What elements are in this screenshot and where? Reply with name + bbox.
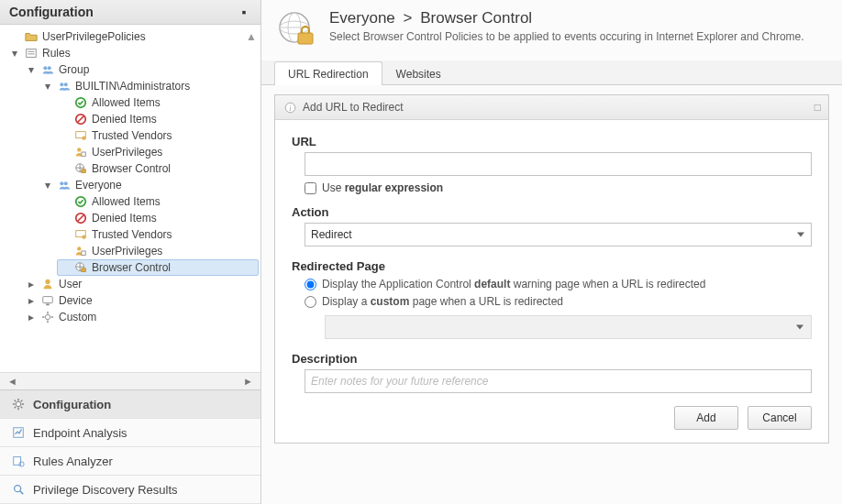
- svg-rect-24: [82, 251, 85, 255]
- page-subtitle: Select Browser Control Policies to be ap…: [329, 30, 827, 43]
- tree-item-custom[interactable]: ▸ Custom: [24, 309, 259, 325]
- nav-endpoint-analysis[interactable]: Endpoint Analysis: [0, 419, 260, 447]
- tree-item-user-privilege-policies[interactable]: UserPrivilegePolicies ▲: [7, 28, 259, 45]
- tree-item-device[interactable]: ▸ Device: [24, 292, 259, 309]
- svg-point-23: [77, 247, 81, 250]
- label-description: Description: [292, 352, 812, 366]
- svg-point-11: [82, 136, 85, 139]
- custom-page-select-disabled: [325, 315, 812, 339]
- nav-panes: Configuration Endpoint Analysis Rules An…: [0, 389, 260, 504]
- radio-custom-page[interactable]: Display a custom page when a URL is redi…: [305, 295, 812, 308]
- sidebar: Configuration ▪ UserPrivilegePolicies ▲ …: [0, 0, 261, 504]
- group-icon: [57, 178, 72, 192]
- twisty-expanded-icon[interactable]: ▾: [42, 81, 53, 92]
- sidebar-title: Configuration: [9, 5, 94, 19]
- svg-point-6: [64, 82, 68, 86]
- tree-item-trusted-vendors[interactable]: Trusted Vendors: [57, 127, 259, 144]
- regex-label-bold: regular expression: [345, 181, 443, 194]
- add-button[interactable]: Add: [674, 406, 738, 430]
- label-url: URL: [292, 135, 812, 148]
- discovery-icon: [11, 482, 26, 497]
- tree-item-user-privileges[interactable]: UserPrivileges: [57, 144, 259, 160]
- tab-url-redirection[interactable]: URL Redirection: [274, 61, 382, 85]
- tree-item-builtin-admins[interactable]: ▾ BUILTIN\Administrators: [40, 78, 259, 94]
- device-icon: [40, 293, 55, 308]
- tree-item-denied-items[interactable]: Denied Items: [57, 210, 259, 226]
- svg-rect-15: [82, 170, 85, 173]
- svg-point-22: [82, 235, 85, 238]
- svg-point-16: [60, 181, 63, 185]
- scroll-left-icon[interactable]: ◄: [7, 376, 17, 387]
- tree-item-everyone[interactable]: ▾ Everyone: [40, 177, 259, 193]
- radio-default-input[interactable]: [305, 279, 316, 290]
- label-action: Action: [292, 205, 812, 219]
- globe-lock-icon: [276, 9, 316, 49]
- twisty-collapsed-icon[interactable]: ▸: [26, 279, 37, 290]
- folder-icon: [24, 29, 39, 44]
- globe-lock-icon: [73, 161, 88, 176]
- user-icon: [40, 277, 55, 291]
- svg-rect-45: [14, 457, 21, 466]
- collapse-icon[interactable]: ▪: [237, 5, 251, 19]
- svg-point-27: [45, 279, 50, 284]
- tab-websites[interactable]: Websites: [382, 61, 455, 85]
- twisty-icon[interactable]: [9, 31, 20, 42]
- info-icon: i: [283, 100, 297, 115]
- svg-line-40: [15, 400, 17, 402]
- svg-rect-26: [82, 268, 85, 272]
- tree-item-group[interactable]: ▾ Group: [24, 61, 259, 78]
- twisty-collapsed-icon[interactable]: ▸: [26, 312, 37, 323]
- radio-custom-input[interactable]: [305, 296, 316, 308]
- check-circle-icon: [73, 95, 88, 110]
- cancel-button[interactable]: Cancel: [748, 406, 812, 430]
- group-icon: [40, 62, 55, 77]
- certificate-icon: [73, 128, 88, 143]
- panel-title: Add URL to Redirect: [303, 101, 404, 114]
- scroll-right-icon[interactable]: ►: [243, 376, 253, 387]
- gear-icon: [40, 310, 55, 324]
- breadcrumb: Everyone > Browser Control: [329, 9, 827, 27]
- radio-default-page[interactable]: Display the Application Control default …: [305, 278, 812, 290]
- expand-icon[interactable]: □: [814, 101, 821, 114]
- svg-text:i: i: [289, 104, 291, 112]
- tree-item-denied-items[interactable]: Denied Items: [57, 111, 259, 127]
- tree-item-user[interactable]: ▸ User: [24, 276, 259, 292]
- twisty-expanded-icon[interactable]: ▾: [9, 48, 20, 59]
- tree-scroll-hint: ◄ ►: [0, 372, 260, 389]
- nav-rules-analyzer[interactable]: Rules Analyzer: [0, 447, 260, 476]
- nav-configuration[interactable]: Configuration: [0, 390, 260, 419]
- tree-item-allowed-items[interactable]: Allowed Items: [57, 193, 259, 210]
- main-content: Everyone > Browser Control Select Browse…: [261, 0, 842, 504]
- svg-rect-13: [82, 152, 85, 156]
- sidebar-header: Configuration ▪: [0, 0, 260, 25]
- tree-item-allowed-items[interactable]: Allowed Items: [57, 94, 259, 111]
- svg-rect-53: [298, 33, 313, 44]
- tree-item-browser-control-selected[interactable]: Browser Control: [57, 259, 259, 276]
- deny-circle-icon: [73, 112, 88, 126]
- nav-privilege-discovery[interactable]: Privilege Discovery Results: [0, 476, 260, 504]
- description-input[interactable]: [305, 369, 812, 393]
- tree-item-browser-control[interactable]: Browser Control: [57, 160, 259, 177]
- regex-checkbox-row[interactable]: Use regular expression: [305, 181, 812, 194]
- privileges-icon: [73, 244, 88, 258]
- svg-point-12: [77, 148, 81, 151]
- config-tree[interactable]: UserPrivilegePolicies ▲ ▾ Rules ▾: [0, 25, 260, 372]
- certificate-icon: [73, 227, 88, 242]
- tree-item-user-privileges[interactable]: UserPrivileges: [57, 243, 259, 259]
- svg-line-43: [21, 400, 23, 402]
- action-select[interactable]: Redirect: [305, 223, 812, 247]
- twisty-expanded-icon[interactable]: ▾: [26, 64, 37, 75]
- check-circle-icon: [73, 194, 88, 209]
- tree-item-trusted-vendors[interactable]: Trusted Vendors: [57, 226, 259, 243]
- svg-rect-0: [27, 49, 37, 58]
- svg-point-17: [64, 181, 68, 185]
- tree-item-rules[interactable]: ▾ Rules: [7, 45, 259, 61]
- svg-point-4: [48, 66, 51, 70]
- panel-add-url-redirect: i Add URL to Redirect □ URL Use regular …: [274, 94, 829, 444]
- analysis-icon: [11, 425, 26, 440]
- twisty-expanded-icon[interactable]: ▾: [42, 180, 53, 191]
- svg-line-48: [20, 491, 24, 495]
- url-input[interactable]: [305, 152, 812, 176]
- regex-checkbox[interactable]: [305, 182, 316, 194]
- twisty-collapsed-icon[interactable]: ▸: [26, 295, 37, 306]
